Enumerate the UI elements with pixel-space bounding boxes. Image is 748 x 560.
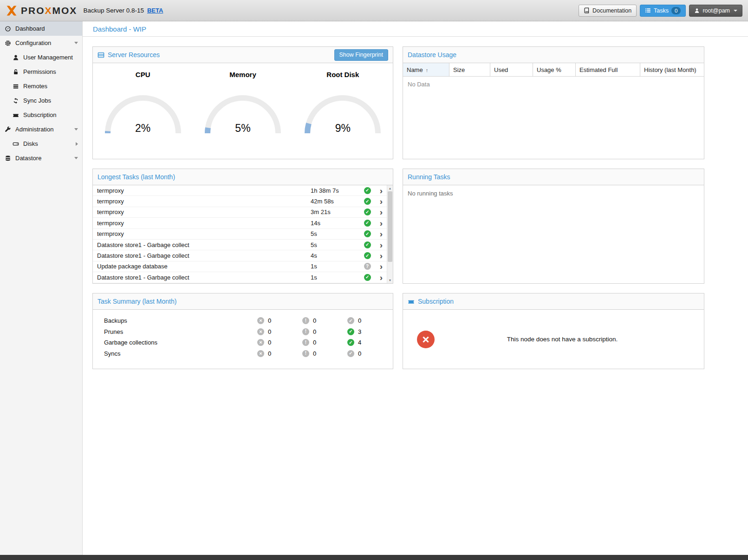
task-name: Datastore store1 - Garbage collect — [97, 241, 311, 248]
sidebar-item-dashboard[interactable]: Dashboard — [0, 21, 82, 36]
ok-count-cell: 3 — [347, 328, 392, 335]
column-label: Size — [453, 66, 465, 73]
server-resources-body: CPU 2% Memory — [93, 63, 393, 159]
task-row[interactable]: Datastore store1 - Garbage collect 4s — [93, 250, 387, 261]
sidebar-item-configuration[interactable]: Configuration — [0, 36, 82, 50]
no-data-text: No Data — [403, 77, 704, 92]
cpu-gauge: CPU 2% — [101, 71, 185, 135]
datastore-usage-column-headers: Name Size Used Usage % Estimated Full Hi… — [403, 63, 704, 77]
task-row[interactable]: Datastore store1 - Garbage collect 5s — [93, 240, 387, 250]
collapse-arrow-icon[interactable] — [74, 128, 78, 130]
scrollbar-thumb[interactable] — [388, 191, 392, 262]
sidebar-item-label: Administration — [15, 126, 53, 133]
user-menu-button[interactable]: root@pam — [689, 5, 742, 17]
server-resources-panel: Server Resources Show Fingerprint CPU 2% — [92, 46, 393, 159]
task-name: termproxy — [97, 187, 311, 194]
task-row[interactable]: termproxy 42m 58s — [93, 196, 387, 207]
dashboard-panels: Server Resources Show Fingerprint CPU 2% — [83, 37, 748, 388]
datastore-usage-header: Datastore Usage — [403, 47, 704, 63]
chevron-right-icon[interactable] — [380, 198, 383, 205]
proxmox-x-icon — [6, 5, 18, 17]
error-count-cell: 0 — [257, 317, 302, 324]
count: 0 — [313, 350, 316, 357]
count: 0 — [358, 350, 361, 357]
error-icon — [257, 339, 264, 346]
task-row[interactable]: termproxy 1h 38m 7s — [93, 185, 387, 196]
bottom-bar — [0, 555, 748, 560]
sidebar-item-label: Subscription — [23, 111, 57, 118]
task-duration: 14s — [311, 220, 364, 227]
tasks-button[interactable]: Tasks 0 — [640, 5, 686, 17]
column-header-usage-percent[interactable]: Usage % — [533, 63, 576, 76]
summary-label: Garbage collections — [104, 339, 257, 346]
task-row[interactable]: termproxy 3m 21s — [93, 207, 387, 218]
column-header-used[interactable]: Used — [490, 63, 533, 76]
sidebar-item-administration[interactable]: Administration — [0, 122, 82, 137]
column-header-estimated-full[interactable]: Estimated Full — [576, 63, 640, 76]
task-name: termproxy — [97, 198, 311, 205]
error-icon — [257, 317, 264, 324]
user-menu-label: root@pam — [702, 7, 730, 14]
task-summary-header: Task Summary (last Month) — [93, 293, 393, 310]
sidebar-item-label: Dashboard — [15, 25, 45, 32]
scroll-up-icon[interactable] — [387, 185, 393, 191]
sidebar-item-subscription[interactable]: Subscription — [0, 108, 82, 122]
sidebar-item-sync-jobs[interactable]: Sync Jobs — [0, 93, 82, 108]
task-row[interactable]: termproxy 5s — [93, 229, 387, 240]
count: 4 — [358, 339, 361, 346]
task-duration: 1h 38m 7s — [311, 187, 364, 194]
show-fingerprint-button[interactable]: Show Fingerprint — [334, 49, 389, 61]
beta-link[interactable]: BETA — [147, 7, 163, 14]
summary-label: Prunes — [104, 328, 257, 335]
task-row[interactable]: Datastore store1 - Garbage collect 1s — [93, 272, 387, 283]
sidebar-item-datastore[interactable]: Datastore — [0, 151, 82, 165]
chevron-right-icon[interactable] — [380, 208, 383, 215]
panel-title: Running Tasks — [408, 173, 450, 181]
warning-icon — [302, 317, 309, 324]
column-header-name[interactable]: Name — [403, 63, 449, 76]
task-status-icon — [364, 208, 371, 215]
column-header-history[interactable]: History (last Month) — [640, 63, 704, 76]
task-row[interactable]: Update package database 1s — [93, 261, 387, 272]
task-status-icon — [364, 274, 371, 281]
task-duration: 5s — [311, 241, 364, 248]
content-header: Dashboard - WIP — [83, 21, 748, 37]
scrollbar[interactable] — [387, 185, 393, 283]
warning-icon — [302, 328, 309, 335]
task-name: Datastore store1 - Garbage collect — [97, 274, 311, 281]
chevron-right-icon[interactable] — [380, 220, 383, 227]
sidebar-item-label: Sync Jobs — [23, 97, 51, 104]
task-summary-body: Backups 0 0 0 Prunes 0 0 3 Garbage colle… — [93, 310, 393, 369]
gauge-value: 5% — [201, 122, 285, 135]
warning-count-cell: 0 — [302, 328, 347, 335]
chevron-right-icon[interactable] — [380, 252, 383, 259]
chevron-right-icon[interactable] — [380, 230, 383, 237]
dashboard-icon — [5, 26, 11, 32]
documentation-button[interactable]: Documentation — [579, 5, 637, 17]
task-duration: 5s — [311, 230, 364, 237]
task-status-icon — [364, 220, 371, 227]
sidebar-item-permissions[interactable]: Permissions — [0, 65, 82, 79]
scroll-down-icon[interactable] — [387, 277, 393, 283]
task-row[interactable]: termproxy 14s — [93, 218, 387, 228]
error-count-cell: 0 — [257, 339, 302, 346]
sidebar-item-remotes[interactable]: Remotes — [0, 79, 82, 93]
panel-title: Server Resources — [108, 51, 160, 59]
sidebar-item-disks[interactable]: Disks — [0, 137, 82, 151]
chevron-right-icon[interactable] — [380, 263, 383, 270]
chevron-right-icon[interactable] — [380, 274, 383, 281]
sync-icon — [13, 98, 19, 104]
longest-tasks-header: Longest Tasks (last Month) — [93, 169, 393, 185]
chevron-right-icon[interactable] — [380, 241, 383, 248]
column-header-size[interactable]: Size — [449, 63, 490, 76]
panel-title: Task Summary (last Month) — [98, 298, 176, 305]
ok-icon — [347, 317, 354, 324]
expand-arrow-icon[interactable] — [76, 142, 78, 146]
task-name: termproxy — [97, 230, 311, 237]
collapse-arrow-icon[interactable] — [74, 157, 78, 159]
chevron-right-icon[interactable] — [380, 187, 383, 194]
collapse-arrow-icon[interactable] — [74, 42, 78, 44]
task-duration: 42m 58s — [311, 198, 364, 205]
sidebar-item-user-management[interactable]: User Management — [0, 50, 82, 65]
count: 0 — [268, 339, 271, 346]
